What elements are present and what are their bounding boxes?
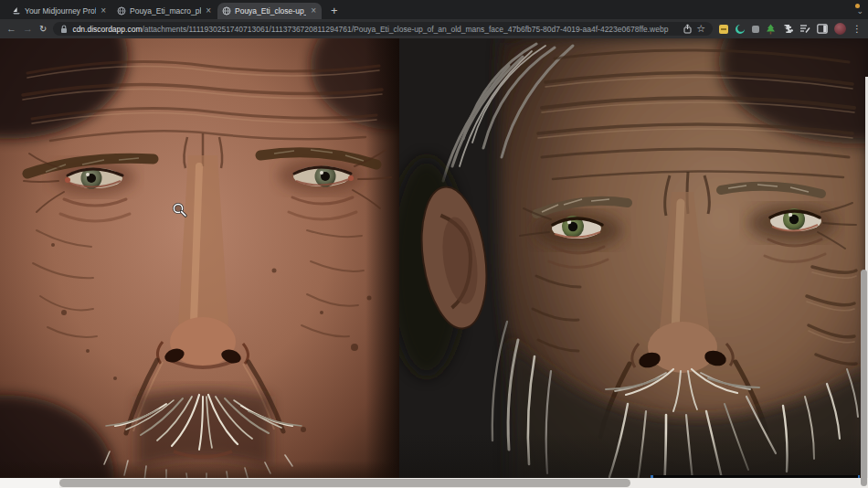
scrollbar-corner (0, 478, 59, 488)
chevron-down-icon[interactable]: ⌄ (856, 7, 863, 16)
share-icon[interactable] (683, 24, 692, 34)
yellow-extension-icon[interactable] (719, 25, 728, 34)
midjourney-sailboat-icon (12, 6, 21, 16)
crescent-extension-icon[interactable] (735, 24, 746, 35)
horizontal-scrollbar-thumb[interactable] (59, 479, 630, 487)
horizontal-scrollbar[interactable] (0, 478, 868, 488)
tab-title: Pouya_Eti_macro_photo_of_a (130, 6, 201, 16)
vertical-scrollbar-thumb[interactable] (861, 270, 867, 486)
address-bar[interactable]: cdn.discordapp.com/attachments/111193025… (53, 22, 713, 36)
tab-strip: Your Midjourney Profile × Pouya_Eti_macr… (0, 0, 868, 19)
tab-title: Pouya_Eti_close-up_of_an_ol (235, 6, 306, 16)
side-panel-icon[interactable] (817, 24, 828, 34)
forward-button[interactable]: → (23, 24, 33, 34)
notes-extension-icon[interactable] (799, 24, 810, 34)
globe-icon (222, 6, 231, 16)
profile-avatar[interactable] (834, 23, 846, 35)
new-tab-button[interactable]: + (331, 5, 338, 16)
extensions-area: ⋮ (719, 23, 862, 35)
url-text[interactable]: cdn.discordapp.com/attachments/111193025… (72, 25, 679, 34)
globe-icon (117, 6, 126, 16)
reload-button[interactable]: ↻ (39, 25, 47, 34)
tab-close-up-photo-active[interactable]: Pouya_Eti_close-up_of_an_ol × (217, 3, 322, 19)
bookmark-star-icon[interactable]: ☆ (696, 24, 705, 34)
back-button[interactable]: ← (6, 24, 16, 34)
tab-macro-photo[interactable]: Pouya_Eti_macro_photo_of_a × (112, 3, 217, 19)
tab-close-icon[interactable]: × (100, 6, 107, 16)
menu-kebab-icon[interactable]: ⋮ (852, 25, 862, 34)
url-path: /attachments/1111930251740713061/1113736… (142, 25, 668, 34)
tree-extension-icon[interactable] (766, 24, 776, 35)
tab-close-icon[interactable]: × (205, 6, 212, 16)
extensions-puzzle-icon[interactable] (782, 24, 793, 35)
url-domain: cdn.discordapp.com (72, 25, 142, 34)
right-photo-bearded-man-closeup[interactable] (399, 38, 868, 488)
browser-window: Your Midjourney Profile × Pouya_Eti_macr… (0, 0, 868, 488)
left-photo-old-man-closeup[interactable] (0, 38, 399, 488)
page-content: Cg 学堂 Artists for you CGaep.Com (0, 38, 868, 488)
gray-extension-icon[interactable] (752, 26, 759, 33)
padlock-icon[interactable] (60, 25, 68, 34)
tab-close-icon[interactable]: × (310, 6, 317, 16)
tab-title: Your Midjourney Profile (25, 6, 96, 16)
tab-midjourney-profile[interactable]: Your Midjourney Profile × (7, 3, 111, 19)
browser-toolbar: ← → ↻ cdn.discordapp.com/attachments/111… (0, 19, 868, 38)
